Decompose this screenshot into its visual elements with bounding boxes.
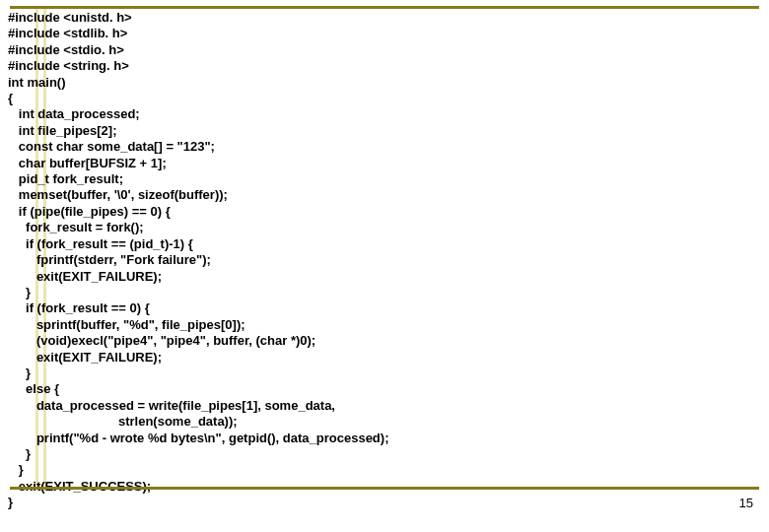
code-listing: #include <unistd. h> #include <stdlib. h…	[8, 10, 749, 511]
rule-top	[10, 6, 759, 9]
rule-bottom	[10, 487, 759, 490]
page-number: 15	[739, 496, 753, 510]
